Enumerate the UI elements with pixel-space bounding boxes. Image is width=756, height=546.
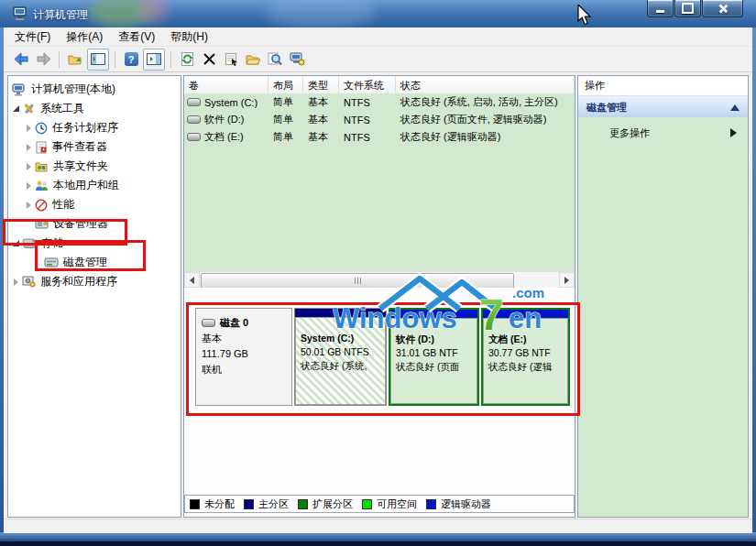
- expander-collapsed-icon[interactable]: [23, 125, 35, 132]
- delete-button[interactable]: [199, 49, 219, 70]
- up-folder-icon: [68, 53, 82, 66]
- action-pane-icon: [147, 53, 161, 65]
- manage-computer-button[interactable]: [287, 49, 307, 70]
- disk-status: 联机: [202, 362, 286, 377]
- column-header-volume[interactable]: 卷: [184, 76, 268, 93]
- volume-layout: 简单: [268, 95, 303, 109]
- collapse-icon[interactable]: [730, 104, 740, 111]
- actions-pane: 操作 磁盘管理 更多操作: [577, 75, 749, 518]
- tree-item-shared-folders[interactable]: 共享文件夹: [8, 157, 181, 176]
- close-button[interactable]: [702, 0, 743, 17]
- tree-item-event-viewer[interactable]: 事件查看器: [8, 137, 181, 157]
- legend-label: 可用空间: [377, 497, 417, 511]
- column-header-layout[interactable]: 布局: [268, 76, 303, 93]
- expander-collapsed-icon[interactable]: [23, 202, 35, 209]
- disk-0-info-box[interactable]: 磁盘 0 基本 111.79 GB 联机: [195, 308, 292, 406]
- maximize-button[interactable]: [674, 0, 701, 17]
- tree-item-computer-management[interactable]: 计算机管理(本地): [8, 80, 181, 99]
- show-action-pane-button[interactable]: [143, 49, 165, 71]
- partition-status: 状态良好 (系统,: [301, 359, 381, 373]
- tree-item-services-applications[interactable]: 服务和应用程序: [8, 272, 181, 291]
- volume-row-e[interactable]: 文档 (E:) 简单 基本 NTFS 状态良好 (逻辑驱动器): [184, 128, 575, 146]
- menu-help[interactable]: 帮助(H): [165, 27, 218, 47]
- menu-view[interactable]: 查看(V): [113, 27, 165, 47]
- event-viewer-icon: [35, 141, 48, 154]
- partition-name: System (C:): [301, 332, 381, 345]
- tree-item-performance[interactable]: 性能: [8, 195, 181, 214]
- open-folder-button[interactable]: [243, 49, 263, 70]
- volume-type: 基本: [303, 113, 339, 126]
- more-actions-label: 更多操作: [609, 126, 650, 140]
- tree-item-system-tools[interactable]: 系统工具: [8, 99, 181, 118]
- title-bar[interactable]: 计算机管理: [0, 0, 756, 27]
- more-actions-item[interactable]: 更多操作: [578, 123, 748, 143]
- tree-item-local-users-groups[interactable]: 本地用户和组: [8, 176, 181, 195]
- tree-item-storage[interactable]: 存储: [8, 234, 181, 253]
- glass-reflection: [266, 0, 376, 27]
- partition-c[interactable]: System (C:) 50.01 GB NTFS 状态良好 (系统,: [294, 308, 387, 406]
- status-bar: [4, 519, 752, 533]
- expander-expanded-icon[interactable]: [10, 240, 22, 246]
- column-header-type[interactable]: 类型: [303, 76, 339, 93]
- scrollbar-thumb[interactable]: [201, 273, 514, 289]
- logical-drive-band: [390, 310, 477, 318]
- column-header-filesystem[interactable]: 文件系统: [339, 76, 396, 93]
- primary-partition-band: [295, 309, 386, 317]
- refresh-button[interactable]: [177, 49, 197, 70]
- window-title: 计算机管理: [33, 7, 88, 23]
- open-folder-icon: [246, 53, 261, 65]
- tree-item-label: 系统工具: [40, 101, 84, 116]
- expander-collapsed-icon[interactable]: [23, 182, 35, 190]
- partition-name: 软件 (D:): [396, 333, 473, 346]
- volume-row-d[interactable]: 软件 (D:) 简单 基本 NTFS 状态良好 (页面文件, 逻辑驱动器): [184, 111, 575, 128]
- maximize-icon: [682, 3, 694, 14]
- actions-section-disk-management[interactable]: 磁盘管理: [578, 96, 748, 119]
- show-console-tree-button[interactable]: [87, 49, 109, 71]
- search-button[interactable]: [265, 49, 285, 70]
- tree-item-disk-management[interactable]: 磁盘管理: [8, 253, 181, 272]
- forward-button[interactable]: [33, 49, 53, 70]
- up-folder-button[interactable]: [65, 49, 85, 70]
- volume-layout: 简单: [268, 113, 303, 126]
- back-button[interactable]: [11, 49, 31, 70]
- toolbar-separator: [115, 51, 115, 68]
- properties-button[interactable]: [221, 49, 241, 70]
- tree-item-label: 共享文件夹: [53, 158, 108, 174]
- expander-collapsed-icon[interactable]: [23, 144, 35, 151]
- tree-item-device-manager[interactable]: 设备管理器: [8, 214, 181, 234]
- expander-collapsed-icon[interactable]: [23, 163, 35, 170]
- scroll-left-button[interactable]: [184, 272, 200, 288]
- volume-name: 文档 (E:): [204, 130, 244, 144]
- partition-legend: 未分配 主分区 扩展分区 可用空间 逻辑驱动器: [184, 495, 575, 513]
- delete-icon: [203, 53, 215, 65]
- partition-size: 31.01 GB NTF: [396, 346, 473, 360]
- menu-action[interactable]: 操作(A): [60, 27, 113, 47]
- expander-expanded-icon[interactable]: [10, 105, 22, 112]
- disk-management-icon: [44, 257, 59, 268]
- window-frame-right: [752, 27, 756, 532]
- volume-list-header: 卷 布局 类型 文件系统 状态: [184, 76, 575, 94]
- tree-item-task-scheduler[interactable]: 任务计划程序: [8, 118, 181, 137]
- volume-icon: [187, 133, 201, 141]
- back-icon: [14, 52, 29, 66]
- shared-folders-icon: [35, 160, 49, 172]
- expander-collapsed-icon[interactable]: [10, 278, 22, 286]
- menu-file[interactable]: 文件(F): [9, 27, 60, 47]
- legend-swatch-free: [362, 499, 372, 509]
- volume-layout: 简单: [268, 130, 303, 144]
- partition-e[interactable]: 文档 (E:) 30.77 GB NTF 状态良好 (逻辑: [481, 308, 570, 406]
- submenu-arrow-icon: [730, 128, 737, 137]
- tree-item-label: 磁盘管理: [63, 255, 107, 270]
- partition-d[interactable]: 软件 (D:) 31.01 GB NTF 状态良好 (页面: [389, 308, 479, 406]
- help-button[interactable]: ?: [121, 49, 141, 70]
- scroll-right-button[interactable]: [559, 272, 575, 288]
- tree-item-label: 计算机管理(本地): [31, 82, 115, 97]
- minimize-button[interactable]: [647, 0, 674, 17]
- horizontal-scrollbar[interactable]: [184, 271, 575, 288]
- volume-row-c[interactable]: System (C:) 简单 基本 NTFS 状态良好 (系统, 启动, 活动,…: [184, 93, 575, 111]
- window-frame-bottom: [0, 532, 756, 541]
- system-tools-icon: [22, 103, 36, 115]
- volume-name: System (C:): [204, 97, 257, 108]
- volume-type: 基本: [303, 95, 339, 109]
- column-header-status[interactable]: 状态: [396, 76, 575, 93]
